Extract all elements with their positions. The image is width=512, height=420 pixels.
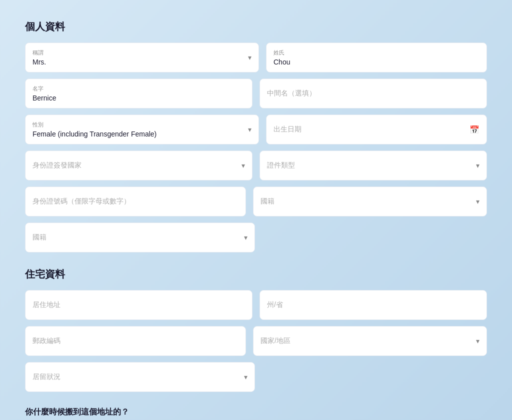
id-number-placeholder: 身份證號碼（僅限字母或數字） <box>32 197 238 206</box>
residence-status-field[interactable]: 居留狀況 ▾ <box>25 362 255 392</box>
residential-row-3: 居留狀況 ▾ <box>25 362 487 392</box>
dob-placeholder: 出生日期 <box>274 125 480 134</box>
nationality-1-placeholder: 國籍 <box>32 233 234 242</box>
id-number-field[interactable]: 身份證號碼（僅限字母或數字） <box>25 186 246 216</box>
first-name-field[interactable]: 名字 Bernice <box>25 78 252 108</box>
personal-section: 個人資料 稱謂 Mrs. ▾ 姓氏 Chou 名字 Bernice 中間名（選填… <box>25 20 487 252</box>
country-placeholder: 國家/地區 <box>260 336 466 346</box>
personal-row-3: 性別 Female (including Transgender Female)… <box>25 114 487 144</box>
residential-section: 住宅資料 居住地址 州/省 郵政編碼 國家/地區 ▾ 居留狀況 ▾ <box>25 268 487 392</box>
id-type-field[interactable]: 證件類型 ▾ <box>260 150 487 180</box>
nationality-1-dropdown-icon: ▾ <box>244 234 248 242</box>
surname-label: 姓氏 <box>274 49 480 56</box>
address-placeholder: 居住地址 <box>32 300 245 310</box>
residence-status-placeholder: 居留狀況 <box>32 372 234 382</box>
personal-row-5: 身份證號碼（僅限字母或數字） 國籍 ▾ <box>25 186 487 216</box>
personal-row-2: 名字 Bernice 中間名（選填） <box>25 78 487 108</box>
middle-name-field[interactable]: 中間名（選填） <box>260 78 487 108</box>
postal-field[interactable]: 郵政編碼 <box>25 326 246 356</box>
personal-row-4: 身份證簽發國家 ▾ 證件類型 ▾ <box>25 150 487 180</box>
first-name-label: 名字 <box>32 85 245 92</box>
nationality-2-placeholder: 國籍 <box>260 197 466 206</box>
state-field[interactable]: 州/省 <box>260 290 487 320</box>
move-in-section: 你什麼時候搬到這個地址的？ 如果少於 3 年，你將需要填寫你過去的居住地址。 S… <box>25 407 487 420</box>
dob-calendar-icon: 📅 <box>470 125 480 134</box>
id-country-field[interactable]: 身份證簽發國家 ▾ <box>25 150 252 180</box>
personal-row-1: 稱謂 Mrs. ▾ 姓氏 Chou <box>25 42 487 72</box>
gender-label: 性別 <box>32 121 238 128</box>
nationality-2-field[interactable]: 國籍 ▾ <box>253 186 487 216</box>
postal-placeholder: 郵政編碼 <box>32 336 238 346</box>
nationality-2-dropdown-icon: ▾ <box>476 198 480 206</box>
state-placeholder: 州/省 <box>267 300 480 310</box>
first-name-value: Bernice <box>32 94 245 102</box>
id-type-placeholder: 證件類型 <box>267 161 466 170</box>
country-dropdown-icon: ▾ <box>476 337 480 345</box>
personal-row-6: 國籍 ▾ <box>25 222 487 252</box>
residential-row-1: 居住地址 州/省 <box>25 290 487 320</box>
gender-value: Female (including Transgender Female) <box>32 130 238 138</box>
surname-field[interactable]: 姓氏 Chou <box>266 42 487 72</box>
surname-value: Chou <box>274 58 480 66</box>
residence-status-dropdown-icon: ▾ <box>244 373 248 381</box>
middle-name-placeholder: 中間名（選填） <box>267 89 480 98</box>
residential-section-title: 住宅資料 <box>25 268 487 281</box>
id-type-dropdown-icon: ▾ <box>476 162 480 170</box>
salutation-value: Mrs. <box>32 58 238 66</box>
id-country-dropdown-icon: ▾ <box>242 162 245 170</box>
salutation-dropdown-icon: ▾ <box>248 54 252 62</box>
id-country-placeholder: 身份證簽發國家 <box>32 161 232 170</box>
gender-dropdown-icon: ▾ <box>248 126 252 134</box>
dob-field[interactable]: 出生日期 📅 <box>266 114 487 144</box>
residential-row-2: 郵政編碼 國家/地區 ▾ <box>25 326 487 356</box>
nationality-1-field[interactable]: 國籍 ▾ <box>25 222 255 252</box>
personal-section-title: 個人資料 <box>25 20 487 34</box>
salutation-label: 稱謂 <box>32 49 238 56</box>
salutation-field[interactable]: 稱謂 Mrs. ▾ <box>25 42 259 72</box>
move-in-question: 你什麼時候搬到這個地址的？ <box>25 407 487 418</box>
country-field[interactable]: 國家/地區 ▾ <box>253 326 487 356</box>
gender-field[interactable]: 性別 Female (including Transgender Female)… <box>25 114 259 144</box>
page-container: 個人資料 稱謂 Mrs. ▾ 姓氏 Chou 名字 Bernice 中間名（選填… <box>10 10 502 420</box>
address-field[interactable]: 居住地址 <box>25 290 252 320</box>
